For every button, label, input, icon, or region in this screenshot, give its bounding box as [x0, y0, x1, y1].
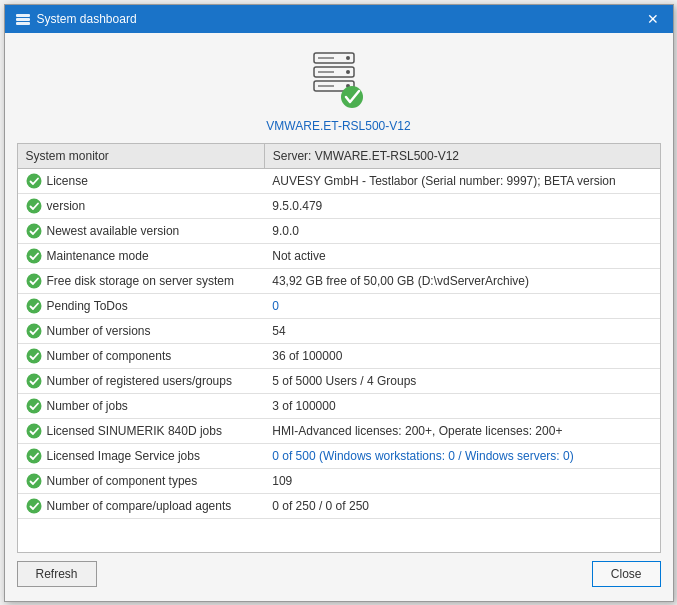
- row-value-cell: 0 of 250 / 0 of 250: [264, 493, 659, 518]
- svg-point-23: [26, 423, 41, 438]
- svg-rect-0: [16, 14, 30, 17]
- row-value: 5 of 5000 Users / 4 Groups: [272, 374, 416, 388]
- table-row: Number of versions 54: [18, 318, 660, 343]
- row-label: Licensed Image Service jobs: [26, 448, 257, 464]
- row-value-cell: 3 of 100000: [264, 393, 659, 418]
- window-close-button[interactable]: ✕: [643, 12, 663, 26]
- svg-rect-2: [16, 22, 30, 25]
- close-button[interactable]: Close: [592, 561, 661, 587]
- check-icon: [26, 173, 42, 189]
- row-value: 0 of 250 / 0 of 250: [272, 499, 369, 513]
- row-value: 109: [272, 474, 292, 488]
- svg-point-18: [26, 298, 41, 313]
- window-title: System dashboard: [37, 12, 137, 26]
- svg-point-6: [346, 70, 350, 74]
- svg-point-13: [26, 173, 41, 188]
- check-icon: [26, 423, 42, 439]
- row-value: 36 of 100000: [272, 349, 342, 363]
- svg-point-24: [26, 448, 41, 463]
- table-row: Number of compare/upload agents 0 of 250…: [18, 493, 660, 518]
- footer: Refresh Close: [17, 553, 661, 589]
- check-icon: [26, 248, 42, 264]
- row-value-cell: 54: [264, 318, 659, 343]
- check-icon: [26, 448, 42, 464]
- row-value: 54: [272, 324, 285, 338]
- row-value: 0: [272, 299, 279, 313]
- table-row: Newest available version 9.0.0: [18, 218, 660, 243]
- table-row: License AUVESY GmbH - Testlabor (Serial …: [18, 168, 660, 193]
- table-row: Maintenance mode Not active: [18, 243, 660, 268]
- col2-header: Server: VMWARE.ET-RSL500-V12: [264, 144, 659, 169]
- svg-point-25: [26, 473, 41, 488]
- svg-point-14: [26, 198, 41, 213]
- col1-header: System monitor: [18, 144, 265, 169]
- row-label: Free disk storage on server system: [26, 273, 257, 289]
- row-value: 43,92 GB free of 50,00 GB (D:\vdServerAr…: [272, 274, 529, 288]
- row-label-cell: Maintenance mode: [18, 243, 265, 268]
- server-name-label: VMWARE.ET-RSL500-V12: [266, 119, 410, 133]
- table-row: Number of components 36 of 100000: [18, 343, 660, 368]
- system-dashboard-window: System dashboard ✕: [4, 4, 674, 602]
- row-value-cell: HMI-Advanced licenses: 200+, Operate lic…: [264, 418, 659, 443]
- table-row: version 9.5.0.479: [18, 193, 660, 218]
- row-value: 3 of 100000: [272, 399, 335, 413]
- svg-point-21: [26, 373, 41, 388]
- table-row: Number of jobs 3 of 100000: [18, 393, 660, 418]
- row-label-cell: Number of components: [18, 343, 265, 368]
- svg-point-4: [346, 56, 350, 60]
- svg-point-20: [26, 348, 41, 363]
- row-label: Newest available version: [26, 223, 257, 239]
- row-label-cell: version: [18, 193, 265, 218]
- check-icon: [26, 473, 42, 489]
- row-label: version: [26, 198, 257, 214]
- row-label-cell: Free disk storage on server system: [18, 268, 265, 293]
- check-icon: [26, 323, 42, 339]
- table-row: Free disk storage on server system 43,92…: [18, 268, 660, 293]
- server-icon-container: [304, 45, 374, 115]
- svg-rect-1: [16, 18, 30, 21]
- row-label: Pending ToDos: [26, 298, 257, 314]
- table-row: Number of registered users/groups 5 of 5…: [18, 368, 660, 393]
- row-label-cell: Number of component types: [18, 468, 265, 493]
- row-label-cell: Pending ToDos: [18, 293, 265, 318]
- title-bar-left: System dashboard: [15, 11, 137, 27]
- title-bar: System dashboard ✕: [5, 5, 673, 33]
- data-table-container: System monitor Server: VMWARE.ET-RSL500-…: [17, 143, 661, 553]
- check-icon: [26, 373, 42, 389]
- svg-point-22: [26, 398, 41, 413]
- check-icon: [26, 498, 42, 514]
- system-info-table: System monitor Server: VMWARE.ET-RSL500-…: [18, 144, 660, 519]
- row-label: Number of registered users/groups: [26, 373, 257, 389]
- table-row: Licensed Image Service jobs 0 of 500 (Wi…: [18, 443, 660, 468]
- check-icon: [26, 273, 42, 289]
- check-icon: [26, 198, 42, 214]
- check-icon: [26, 348, 42, 364]
- row-label: Number of components: [26, 348, 257, 364]
- row-value-cell: Not active: [264, 243, 659, 268]
- table-row: Pending ToDos 0: [18, 293, 660, 318]
- row-value-cell: 0: [264, 293, 659, 318]
- window-icon: [15, 11, 31, 27]
- row-label: Number of compare/upload agents: [26, 498, 257, 514]
- row-value-cell: 43,92 GB free of 50,00 GB (D:\vdServerAr…: [264, 268, 659, 293]
- row-value: 9.0.0: [272, 224, 299, 238]
- check-icon: [26, 398, 42, 414]
- row-value: 0 of 500 (Windows workstations: 0 / Wind…: [272, 449, 573, 463]
- row-label-cell: Number of compare/upload agents: [18, 493, 265, 518]
- row-value-cell: 9.0.0: [264, 218, 659, 243]
- row-value-cell: AUVESY GmbH - Testlabor (Serial number: …: [264, 168, 659, 193]
- row-label: Number of component types: [26, 473, 257, 489]
- row-label-cell: Licensed Image Service jobs: [18, 443, 265, 468]
- row-value: AUVESY GmbH - Testlabor (Serial number: …: [272, 174, 615, 188]
- row-value-cell: 36 of 100000: [264, 343, 659, 368]
- svg-point-26: [26, 498, 41, 513]
- content-area: VMWARE.ET-RSL500-V12 System monitor Serv…: [5, 33, 673, 601]
- check-icon: [26, 223, 42, 239]
- row-label: Number of jobs: [26, 398, 257, 414]
- svg-point-12: [341, 86, 363, 108]
- row-label: Licensed SINUMERIK 840D jobs: [26, 423, 257, 439]
- row-value: Not active: [272, 249, 325, 263]
- refresh-button[interactable]: Refresh: [17, 561, 97, 587]
- svg-point-17: [26, 273, 41, 288]
- row-value: 9.5.0.479: [272, 199, 322, 213]
